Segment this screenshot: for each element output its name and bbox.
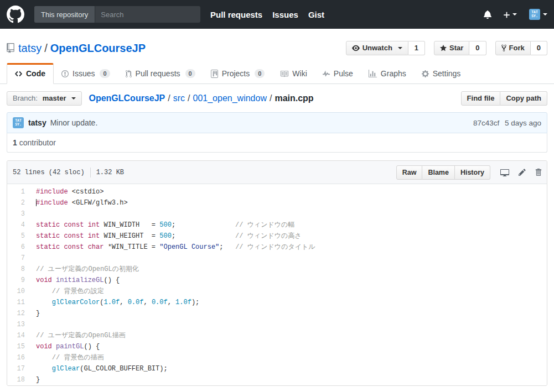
create-new-button[interactable] [504,10,517,19]
commit-time: 5 days ago [505,119,541,127]
line-number[interactable]: 7 [7,253,30,264]
line-number[interactable]: 8 [7,264,30,275]
line-number[interactable]: 15 [7,341,30,352]
fork-icon [501,44,506,52]
github-logo[interactable] [7,6,24,23]
line-number[interactable]: 14 [7,330,30,341]
fork-button[interactable]: Fork [495,41,531,55]
unwatch-group: Unwatch1 [346,41,425,55]
tab-projects[interactable]: Projects0 [203,63,273,84]
bell-icon [484,10,491,19]
find-file-button[interactable]: Find file [461,91,501,106]
line-number[interactable]: 11 [7,297,30,308]
code-line-content: } [30,308,547,319]
breadcrumb-item[interactable]: src [173,93,185,103]
tab-counter: 0 [100,69,110,78]
repo-owner-link[interactable]: tatsy [18,42,42,55]
line-number[interactable]: 9 [7,275,30,286]
line-number[interactable]: 6 [7,242,30,253]
tab-wiki[interactable]: Wiki [272,63,314,84]
line-number[interactable]: 1 [7,186,30,197]
line-number[interactable]: 16 [7,352,30,363]
line-number[interactable]: 10 [7,286,30,297]
tab-pulse[interactable]: Pulse [315,63,361,84]
code-line-content: } [30,374,547,385]
raw-button[interactable]: Raw [396,165,423,180]
line-number[interactable]: 12 [7,308,30,319]
code-line-content: void initializeGL() { [30,275,547,286]
code-line: 3 [7,208,547,219]
unwatch-count[interactable]: 1 [408,41,425,55]
repo-name-link[interactable]: OpenGLCourseJP [50,42,146,55]
line-number[interactable]: 18 [7,374,30,385]
repo-icon [7,43,14,53]
blame-button[interactable]: Blame [422,165,455,180]
plus-icon [504,10,510,19]
repo-title: tatsy / OpenGLCourseJP [7,42,146,55]
tab-counter: 0 [255,69,265,78]
user-menu-button[interactable]: TATSY. [529,9,547,20]
code-line: 16 // 背景色の描画 [7,352,547,363]
chevron-down-icon [512,13,517,15]
code-line: 6static const char *WIN_TITLE = "OpenGL … [7,242,547,253]
navbar-right: TATSY. [484,9,547,20]
star-button[interactable]: Star [434,41,469,55]
eye-icon [352,44,360,52]
pencil-button[interactable] [519,168,526,176]
file-nav-buttons: Find fileCopy path [461,91,547,106]
breadcrumb-item[interactable]: 001_open_window [193,93,267,103]
line-number[interactable]: 17 [7,363,30,374]
code-line: 13 [7,319,547,330]
issue-icon [61,70,69,78]
chevron-down-icon [543,13,547,15]
code-line-content: static const char *WIN_TITLE = "OpenGL C… [30,242,547,253]
github-mark-icon [7,6,24,23]
file-lines-info: 52 lines (42 sloc) [13,169,85,176]
trash-button[interactable] [535,168,541,176]
line-number[interactable]: 2 [7,197,30,208]
unwatch-button[interactable]: Unwatch [346,41,408,55]
commit-message-link[interactable]: Minor update. [50,118,98,127]
pull-request-icon [126,70,132,78]
file-size: 1.32 KB [96,169,124,176]
line-number[interactable]: 13 [7,319,30,330]
line-number[interactable]: 5 [7,231,30,242]
search-input[interactable] [95,6,200,23]
navbar-link-gist[interactable]: Gist [308,10,324,19]
code-line: 11 glClearColor(1.0f, 0.0f, 0.0f, 1.0f); [7,297,547,308]
tab-settings[interactable]: Settings [414,63,469,84]
contributors-link[interactable]: 1 contributor [13,138,56,147]
code-line-content: #include <cstdio> [30,186,547,197]
breadcrumb-item[interactable]: OpenGLCourseJP [89,93,165,103]
code-line: 2#include <GLFW/glfw3.h> [7,197,547,208]
code-line: 14// ユーザ定義のOpenGL描画 [7,330,547,341]
tab-code[interactable]: Code [7,63,54,84]
history-button[interactable]: History [455,165,490,180]
tab-issues[interactable]: Issues0 [54,63,118,84]
search-scope-label: This repository [34,6,95,23]
star-count[interactable]: 0 [469,41,486,55]
notifications-button[interactable] [484,10,491,19]
commit-meta: 87c43cf 5 days ago [473,119,541,127]
branch-select-button[interactable]: Branch: master [7,91,82,106]
tab-pull-requests[interactable]: Pull requests0 [118,63,203,84]
navbar-link-pull-requests[interactable]: Pull requests [210,10,262,19]
breadcrumb-item: main.cpp [275,93,313,103]
plus-icon [504,11,510,19]
commit-author-avatar[interactable]: TATSY. [13,117,24,128]
commit-author-link[interactable]: tatsy [28,118,46,127]
project-icon [211,70,218,78]
code-table-body: 1#include <cstdio>2#include <GLFW/glfw3.… [7,186,547,385]
tab-graphs[interactable]: Graphs [361,63,414,84]
fork-count[interactable]: 0 [531,41,547,55]
desktop-button[interactable] [500,168,509,177]
line-number[interactable]: 4 [7,219,30,231]
code-icon [15,70,22,78]
file-box: 52 lines (42 sloc) 1.32 KB RawBlameHisto… [7,160,547,386]
line-number[interactable]: 3 [7,208,30,219]
trash-icon [535,168,541,176]
navbar-link-issues[interactable]: Issues [272,10,298,19]
copy-path-button[interactable]: Copy path [500,91,547,106]
commit-sha-link[interactable]: 87c43cf [473,119,499,127]
code-line: 4static const int WIN_WIDTH = 500; // ウィ… [7,219,547,231]
